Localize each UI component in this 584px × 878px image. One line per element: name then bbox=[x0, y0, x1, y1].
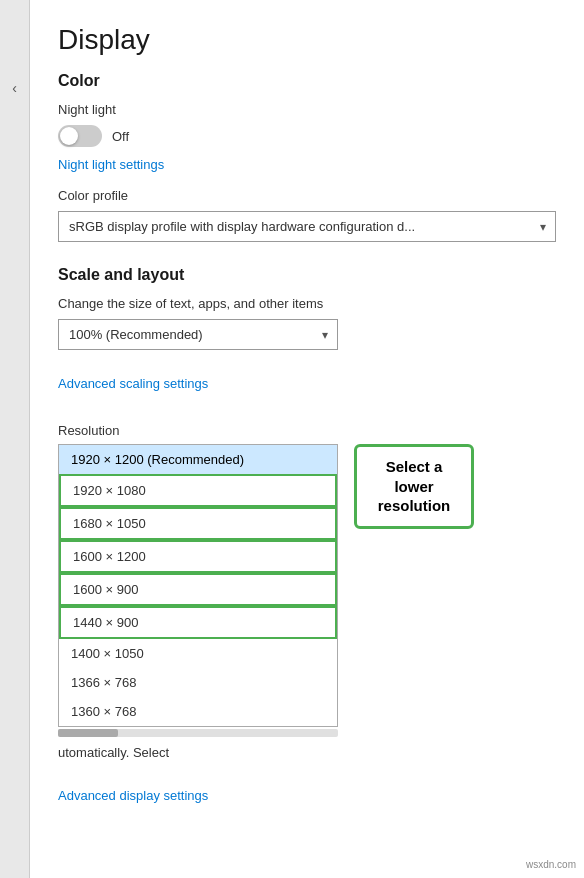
resolution-section: Resolution 1920 × 1200 (Recommended)1920… bbox=[58, 423, 556, 760]
resolution-option[interactable]: 1600 × 1200 bbox=[59, 540, 337, 573]
resolution-dropdown[interactable]: 1920 × 1200 (Recommended)1920 × 10801680… bbox=[58, 444, 338, 727]
night-light-status: Off bbox=[112, 129, 129, 144]
color-section-title: Color bbox=[58, 72, 556, 90]
night-light-label: Night light bbox=[58, 102, 556, 117]
resolution-bottom-text: utomatically. Select bbox=[58, 745, 556, 760]
resolution-option[interactable]: 1400 × 1050 bbox=[59, 639, 337, 668]
page-title: Display bbox=[58, 24, 556, 56]
resolution-option[interactable]: 1920 × 1080 bbox=[59, 474, 337, 507]
resolution-option[interactable]: 1920 × 1200 (Recommended) bbox=[59, 445, 337, 474]
sidebar: ‹ bbox=[0, 0, 30, 878]
size-label: Change the size of text, apps, and other… bbox=[58, 296, 556, 311]
scale-layout-title: Scale and layout bbox=[58, 266, 556, 284]
color-profile-label: Color profile bbox=[58, 188, 556, 203]
resolution-option[interactable]: 1600 × 900 bbox=[59, 573, 337, 606]
size-dropdown[interactable]: 100% (Recommended) bbox=[58, 319, 338, 350]
size-dropdown-wrapper: 100% (Recommended) ▾ bbox=[58, 319, 338, 350]
scale-layout-section: Scale and layout Change the size of text… bbox=[58, 266, 556, 407]
callout-box: Select a lower resolution bbox=[354, 444, 474, 529]
night-light-settings-link[interactable]: Night light settings bbox=[58, 157, 164, 172]
sidebar-back-arrow[interactable]: ‹ bbox=[12, 80, 17, 96]
resolution-option[interactable]: 1680 × 1050 bbox=[59, 507, 337, 540]
resolution-scrollbar-thumb bbox=[58, 729, 118, 737]
watermark: wsxdn.com bbox=[526, 859, 576, 870]
advanced-display-link[interactable]: Advanced display settings bbox=[58, 788, 208, 803]
resolution-scrollbar[interactable] bbox=[58, 729, 338, 737]
resolution-option[interactable]: 1366 × 768 bbox=[59, 668, 337, 697]
color-profile-dropdown[interactable]: sRGB display profile with display hardwa… bbox=[58, 211, 556, 242]
advanced-scaling-link[interactable]: Advanced scaling settings bbox=[58, 376, 208, 391]
night-light-toggle[interactable] bbox=[58, 125, 102, 147]
night-light-toggle-row: Off bbox=[58, 125, 556, 147]
color-profile-dropdown-wrapper: sRGB display profile with display hardwa… bbox=[58, 211, 556, 242]
resolution-option[interactable]: 1360 × 768 bbox=[59, 697, 337, 726]
resolution-dropdown-container: 1920 × 1200 (Recommended)1920 × 10801680… bbox=[58, 444, 556, 737]
main-content: Display Color Night light Off Night ligh… bbox=[30, 0, 584, 878]
resolution-select-wrapper: 1920 × 1200 (Recommended)1920 × 10801680… bbox=[58, 444, 338, 737]
resolution-label: Resolution bbox=[58, 423, 556, 438]
resolution-option[interactable]: 1440 × 900 bbox=[59, 606, 337, 639]
